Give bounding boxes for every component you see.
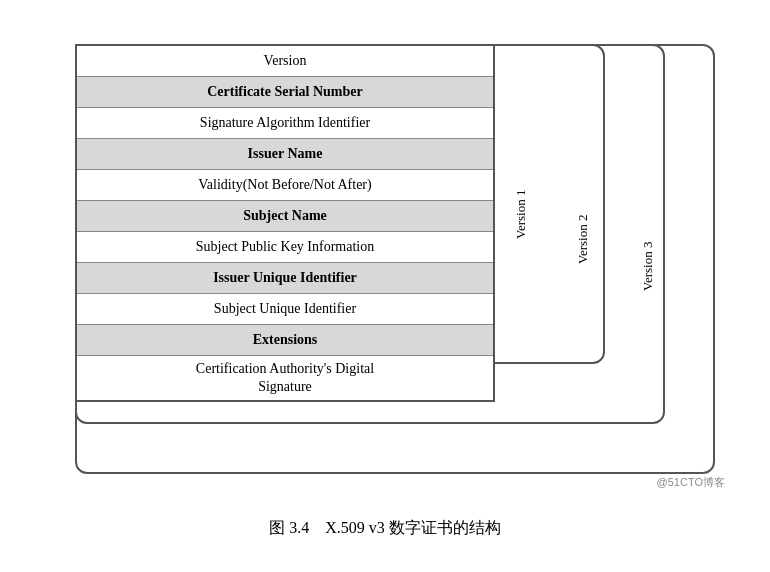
figure-title: X.509 v3 数字证书的结构 xyxy=(325,519,501,536)
field-issuer-uid: Issuer Unique Identifier xyxy=(77,263,493,294)
figure-caption: 图 3.4 X.509 v3 数字证书的结构 xyxy=(269,518,501,539)
field-extensions: Extensions xyxy=(77,325,493,356)
field-sig-alg: Signature Algorithm Identifier xyxy=(77,108,493,139)
field-issuer-name: Issuer Name xyxy=(77,139,493,170)
diagram-container: Version Certificate Serial Number Signat… xyxy=(45,34,725,494)
field-version: Version xyxy=(77,46,493,77)
figure-number: 图 3.4 xyxy=(269,519,309,536)
version3-label: Version 3 xyxy=(640,74,656,459)
field-serial: Certificate Serial Number xyxy=(77,77,493,108)
watermark: @51CTO博客 xyxy=(657,475,725,490)
version1-label: Version 1 xyxy=(513,74,529,354)
field-subject-pubkey: Subject Public Key Information xyxy=(77,232,493,263)
field-subject-uid: Subject Unique Identifier xyxy=(77,294,493,325)
field-validity: Validity(Not Before/Not After) xyxy=(77,170,493,201)
fields-table: Version Certificate Serial Number Signat… xyxy=(75,44,495,402)
field-subject-name: Subject Name xyxy=(77,201,493,232)
page-wrapper: Version Certificate Serial Number Signat… xyxy=(20,34,750,539)
version2-label: Version 2 xyxy=(575,74,591,404)
field-ca-sig: Certification Authority's DigitalSignatu… xyxy=(77,356,493,400)
